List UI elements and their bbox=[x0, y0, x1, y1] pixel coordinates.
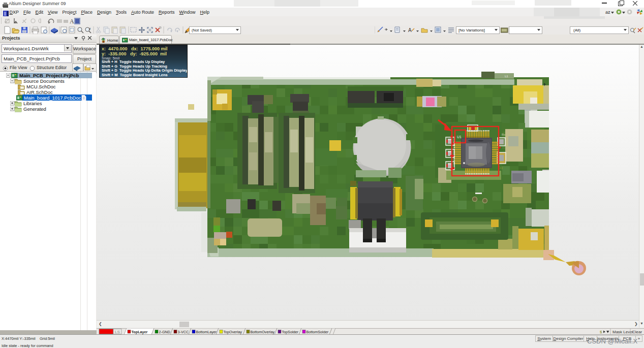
svg-text:$: $ bbox=[600, 330, 602, 334]
svg-text:L1: L1 bbox=[505, 75, 508, 78]
svg-text:TopOverlay: TopOverlay bbox=[224, 330, 242, 334]
svg-text:U1: U1 bbox=[457, 135, 462, 139]
svg-text:R2: R2 bbox=[479, 128, 483, 131]
svg-text:TopSolder: TopSolder bbox=[282, 330, 299, 334]
svg-text:z: z bbox=[89, 27, 91, 30]
svg-text:BottomOverlay: BottomOverlay bbox=[251, 330, 275, 334]
svg-text:Clear: Clear bbox=[632, 330, 642, 334]
svg-text:2-GND: 2-GND bbox=[159, 330, 170, 334]
svg-text:Rx: Rx bbox=[502, 133, 505, 136]
svg-text:BottomLayer: BottomLayer bbox=[196, 330, 217, 334]
svg-text:TopLayer: TopLayer bbox=[132, 330, 148, 334]
svg-text:A: A bbox=[408, 27, 412, 33]
svg-text:3-VCC: 3-VCC bbox=[178, 330, 189, 334]
svg-text:BottomSolder: BottomSolder bbox=[306, 330, 329, 334]
svg-text:LS: LS bbox=[115, 330, 120, 334]
